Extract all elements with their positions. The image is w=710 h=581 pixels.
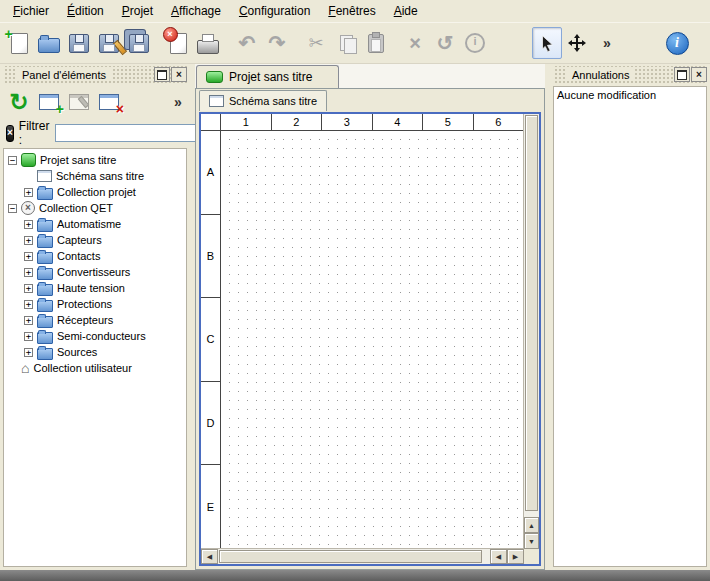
edit-element-button[interactable] [64,87,94,117]
new-document-button[interactable]: + [4,27,34,59]
ruler-row-label: A [201,131,220,215]
copy-icon [340,35,353,51]
tree-item-label: Sources [57,346,97,358]
diagram-view[interactable]: 1 2 3 4 5 6 A B C D E [199,112,541,566]
new-element-icon: + [39,94,59,110]
close-icon: × [696,70,702,79]
expander-icon[interactable]: − [8,156,17,165]
ruler-column-label: 1 [221,114,272,130]
tab-schema[interactable]: Schéma sans titre [199,90,327,111]
tree-item-schema[interactable]: Schéma sans titre [4,168,186,184]
expander-icon[interactable]: + [24,300,33,309]
scroll-down-button[interactable]: ▼ [524,533,539,549]
tree-item-collection-utilisateur[interactable]: ⌂ Collection utilisateur [4,360,186,376]
close-panel-button[interactable]: × [691,67,707,82]
tree-item-recepteurs[interactable]: + Récepteurs [4,312,186,328]
paste-button[interactable] [361,27,391,59]
expander-icon[interactable]: + [24,332,33,341]
redo-button[interactable]: ↷ [262,27,292,59]
information-button[interactable]: i [460,27,490,59]
vertical-scrollbar[interactable]: ▲ ▼ [523,114,539,549]
tree-item-automatisme[interactable]: + Automatisme [4,216,186,232]
print-button[interactable] [193,27,223,59]
float-panel-button[interactable] [154,67,170,82]
horizontal-scrollbar[interactable]: ◀ ◀ ▶ [201,548,524,564]
menu-projet[interactable]: Projet [113,1,162,21]
schema-canvas[interactable] [221,131,524,549]
tree-item-protections[interactable]: + Protections [4,296,186,312]
tree-item-convertisseurs[interactable]: + Convertisseurs [4,264,186,280]
scroll-left-button[interactable]: ◀ [201,549,218,564]
undo-panel-titlebar[interactable]: Annulations × [553,66,707,83]
menu-affichage[interactable]: Affichage [162,1,230,21]
menu-fenetres[interactable]: Fenêtres [319,1,384,21]
save-all-icon [129,34,149,53]
expander-icon[interactable]: + [24,348,33,357]
move-tool-button[interactable] [562,27,592,59]
tree-item-sources[interactable]: + Sources [4,344,186,360]
save-button[interactable] [64,27,94,59]
vertical-scrollbar-thumb[interactable] [525,115,538,511]
tree-item-collection-projet[interactable]: + Collection projet [4,184,186,200]
expander-icon[interactable]: + [24,220,33,229]
menu-aide[interactable]: Aide [385,1,427,21]
cut-button[interactable]: ✂ [301,27,331,59]
expander-icon[interactable]: + [24,268,33,277]
expander-icon[interactable]: − [8,204,17,213]
tree-item-label: Schéma sans titre [56,170,144,182]
filter-input[interactable] [55,124,203,142]
tab-project[interactable]: Projet sans titre [196,65,339,88]
open-folder-icon [38,38,60,53]
tree-item-semi-conducteurs[interactable]: + Semi-conducteurs [4,328,186,344]
undo-history-list[interactable]: Aucune modification [553,86,707,567]
panel-overflow-button[interactable]: » [170,87,186,117]
close-document-icon: × [170,33,187,54]
horizontal-scrollbar-thumb[interactable] [219,550,482,563]
copy-button[interactable] [331,27,361,59]
scroll-up-button[interactable]: ▲ [524,517,539,533]
tree-item-haute-tension[interactable]: + Haute tension [4,280,186,296]
menu-configuration[interactable]: Configuration [230,1,319,21]
about-info-button[interactable]: i [662,27,692,59]
tree-item-capteurs[interactable]: + Capteurs [4,232,186,248]
open-document-button[interactable] [34,27,64,59]
expander-icon[interactable]: + [24,316,33,325]
clear-filter-icon[interactable]: × [6,125,14,142]
elements-tree: − Projet sans titre Schéma sans titre + … [3,148,187,567]
ruler-row-label: C [201,298,220,382]
delete-element-button[interactable]: × [94,87,124,117]
new-element-button[interactable]: + [34,87,64,117]
expander-icon[interactable]: + [24,252,33,261]
menu-fichier[interactable]: Fichier [4,1,58,21]
expander-icon[interactable]: + [24,236,33,245]
select-tool-button[interactable] [532,27,562,59]
schema-tab-label: Schéma sans titre [229,95,317,107]
menu-edition[interactable]: Édition [58,1,113,21]
folder-icon [37,236,53,248]
schema-icon [209,95,224,107]
scroll-left-button-2[interactable]: ◀ [490,549,507,564]
expander-icon[interactable]: + [24,188,33,197]
tree-item-collection-qet[interactable]: − × Collection QET [4,200,186,216]
expander-icon[interactable]: + [24,284,33,293]
rotate-button[interactable]: ↺ [430,27,460,59]
undo-button[interactable]: ↶ [232,27,262,59]
tree-item-contacts[interactable]: + Contacts [4,248,186,264]
close-panel-button[interactable]: × [171,67,187,82]
information-icon: i [465,33,485,53]
save-all-button[interactable] [124,27,154,59]
reload-collections-button[interactable]: ↻ [4,87,34,117]
qet-collection-icon: × [21,201,35,215]
save-as-button[interactable] [94,27,124,59]
filter-row: × Filtrer : [0,120,190,146]
menu-bar: Fichier Édition Projet Affichage Configu… [0,0,710,23]
close-document-button[interactable]: × [163,27,193,59]
scroll-right-button[interactable]: ▶ [507,549,524,564]
float-panel-button[interactable] [674,67,690,82]
schema-tab-bar: Schéma sans titre [196,89,544,111]
elements-panel-titlebar[interactable]: Panel d'éléments × [3,66,187,83]
tree-item-label: Automatisme [57,218,121,230]
delete-button[interactable]: × [400,27,430,59]
toolbar-overflow-button[interactable]: » [592,27,622,59]
tree-item-project[interactable]: − Projet sans titre [4,152,186,168]
